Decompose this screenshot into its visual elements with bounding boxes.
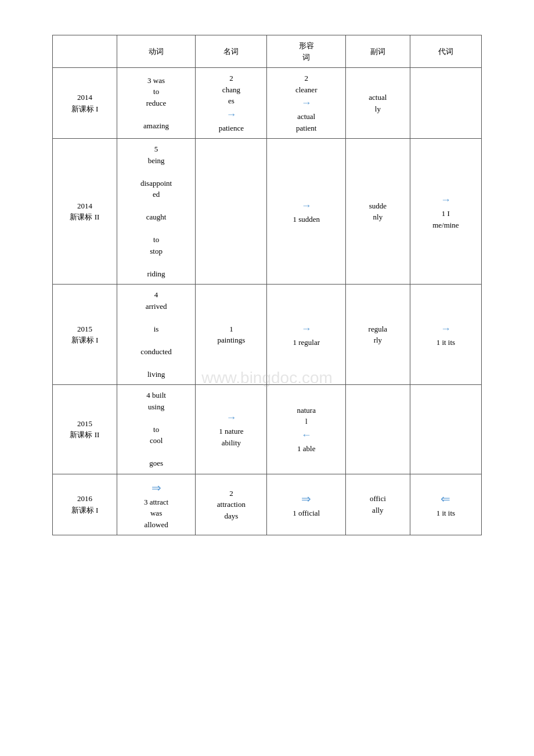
year-cell: 2014新课标 II: [53, 139, 117, 285]
table-row: 2014新课标 II5beingdisappointedcaughttostop…: [53, 139, 482, 285]
pron-cell: [410, 68, 481, 139]
table-row: 2015新课标 II4 builtusingtocoolgoes→1 natur…: [53, 385, 482, 474]
table-row: 2016新课标 I⇒3 attractwasallowed2attraction…: [53, 474, 482, 535]
noun-cell: 2attractiondays: [196, 474, 267, 535]
header-verb: 动词: [117, 35, 195, 68]
verb-cell: 5beingdisappointedcaughttostopriding: [117, 139, 195, 285]
noun-cell: 2changes→patience: [196, 68, 267, 139]
adj-cell: natural←1 able: [267, 385, 345, 474]
pron-cell: →1 it its: [410, 285, 481, 385]
table-row: 2015新课标 I4arrivedisconductedliving1paint…: [53, 285, 482, 385]
table-row: 2014新课标 I3 wastoreduceamazing2changes→pa…: [53, 68, 482, 139]
verb-cell: ⇒3 attractwasallowed: [117, 474, 195, 535]
adj-cell: →1 sudden: [267, 139, 345, 285]
header-empty: [53, 35, 117, 68]
adj-cell: 2cleaner→actualpatient: [267, 68, 345, 139]
year-cell: 2015新课标 II: [53, 385, 117, 474]
noun-cell: 1paintings: [196, 285, 267, 385]
adv-cell: officially: [345, 474, 410, 535]
pron-cell: ⇐1 it its: [410, 474, 481, 535]
header-pron: 代词: [410, 35, 481, 68]
verb-cell: 3 wastoreduceamazing: [117, 68, 195, 139]
verb-cell: 4arrivedisconductedliving: [117, 285, 195, 385]
header-noun: 名词: [196, 35, 267, 68]
verb-cell: 4 builtusingtocoolgoes: [117, 385, 195, 474]
adj-cell: →1 regular: [267, 285, 345, 385]
year-cell: 2016新课标 I: [53, 474, 117, 535]
vocabulary-table: 动词 名词 形容词 副词 代词 2014新课标 I3 wastoreduceam…: [52, 35, 482, 535]
noun-cell: [196, 139, 267, 285]
header-adv: 副词: [345, 35, 410, 68]
pron-cell: →1 Ime/mine: [410, 139, 481, 285]
adv-cell: regularly: [345, 285, 410, 385]
year-cell: 2015新课标 I: [53, 285, 117, 385]
year-cell: 2014新课标 I: [53, 68, 117, 139]
adj-cell: ⇒1 official: [267, 474, 345, 535]
adv-cell: suddenly: [345, 139, 410, 285]
adv-cell: [345, 385, 410, 474]
main-table-wrapper: 动词 名词 形容词 副词 代词 2014新课标 I3 wastoreduceam…: [52, 35, 482, 721]
noun-cell: →1 natureability: [196, 385, 267, 474]
pron-cell: [410, 385, 481, 474]
header-adj: 形容词: [267, 35, 345, 68]
table-header-row: 动词 名词 形容词 副词 代词: [53, 35, 482, 68]
adv-cell: actually: [345, 68, 410, 139]
